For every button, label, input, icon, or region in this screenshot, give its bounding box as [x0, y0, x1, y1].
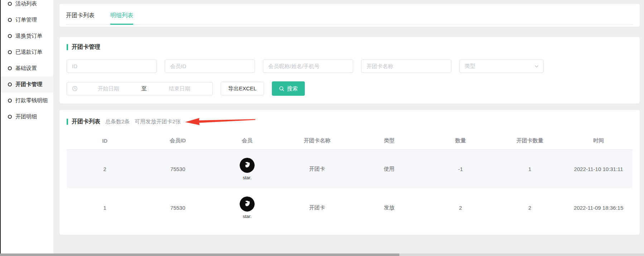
total-count-text: 总条数2条	[105, 118, 130, 125]
tabs-card: 开团卡列表 明细列表	[59, 4, 640, 27]
window-left-edge	[0, 0, 1, 256]
circle-bullet-icon	[8, 50, 12, 54]
cell-id: 1	[67, 188, 143, 227]
cell-quantity: -1	[426, 150, 495, 188]
id-input[interactable]	[67, 60, 157, 73]
sidebar-item-return-exchange-orders[interactable]: 退换货订单	[0, 28, 53, 44]
circle-bullet-icon	[8, 2, 12, 6]
sidebar-item-label: 开团卡管理	[15, 81, 42, 88]
sidebar-item-activity-list[interactable]: 活动列表	[0, 0, 53, 12]
filter-card: 开团卡管理 类型	[59, 37, 640, 104]
column-header-time: 时间	[564, 133, 633, 149]
tabs: 开团卡列表 明细列表	[66, 8, 633, 25]
circle-bullet-icon	[8, 66, 12, 70]
column-header-member-id: 会员ID	[143, 133, 212, 149]
cell-member: star.	[213, 188, 282, 227]
clock-icon	[72, 86, 78, 91]
tab-group-card-list[interactable]: 开团卡列表	[66, 8, 95, 24]
group-card-table: ID 会员ID 会员 开团卡名称 类型 数量 开团卡数量 时间 2 75530	[67, 133, 633, 231]
circle-bullet-icon	[8, 99, 12, 103]
chevron-down-icon	[534, 64, 539, 69]
tab-detail-list[interactable]: 明细列表	[110, 8, 133, 24]
circle-bullet-icon	[8, 18, 12, 22]
circle-bullet-icon	[8, 115, 12, 119]
export-excel-button[interactable]: 导出EXCEL	[221, 82, 264, 95]
sidebar-item-group-card-management[interactable]: 开团卡管理	[0, 76, 53, 93]
cell-time: 2022-11-10 10:31:11	[564, 150, 633, 188]
section-accent-bar	[67, 44, 68, 50]
member-id-input[interactable]	[165, 60, 255, 73]
sidebar-item-label: 开团明细	[15, 113, 37, 120]
type-select-placeholder: 类型	[465, 63, 534, 70]
column-header-id: ID	[67, 133, 143, 149]
sidebar-menu: 活动列表 订单管理 退换货订单 已退款订单 基础设置 开团卡管理	[0, 0, 53, 125]
card-name-input[interactable]	[361, 60, 451, 73]
sidebar-item-order-management[interactable]: 订单管理	[0, 12, 53, 28]
cell-member-id: 75530	[143, 188, 212, 227]
member-avatar	[240, 158, 255, 173]
cell-card-count: 2	[495, 188, 564, 227]
cell-member: star.	[213, 150, 282, 188]
cell-id: 2	[67, 150, 143, 188]
cell-card-count: 1	[495, 150, 564, 188]
cell-time: 2022-11-09 18:36:15	[564, 188, 633, 227]
member-name: star.	[243, 175, 252, 180]
date-end-placeholder: 结束日期	[152, 85, 208, 92]
search-icon	[279, 86, 284, 91]
date-range-picker[interactable]: 开始日期 至 结束日期	[67, 82, 213, 95]
red-annotation-arrow	[184, 115, 256, 128]
sidebar-item-label: 订单管理	[15, 16, 37, 23]
date-start-placeholder: 开始日期	[81, 85, 136, 92]
cell-type: 发放	[352, 188, 426, 227]
column-header-quantity: 数量	[426, 133, 495, 149]
main-content: 开团卡列表 明细列表 开团卡管理 类型	[54, 0, 644, 256]
search-button-label: 搜索	[287, 85, 298, 92]
cell-card-name: 开团卡	[282, 150, 352, 188]
table-header-row: ID 会员ID 会员 开团卡名称 类型 数量 开团卡数量 时间	[67, 133, 633, 150]
table-row[interactable]: 2 75530 star. 开团卡 使用	[67, 150, 633, 188]
sidebar-item-label: 打款零钱明细	[15, 97, 48, 104]
cell-card-name: 开团卡	[282, 188, 352, 227]
search-button[interactable]: 搜索	[272, 81, 305, 96]
available-cards-text: 可用发放开团卡2张	[135, 118, 181, 125]
member-name: star.	[243, 214, 252, 219]
date-separator: 至	[139, 85, 149, 92]
type-select[interactable]: 类型	[459, 60, 544, 73]
sidebar-item-payment-change-detail[interactable]: 打款零钱明细	[0, 93, 53, 109]
column-header-card-count: 开团卡数量	[495, 133, 564, 149]
app-window: 活动列表 订单管理 退换货订单 已退款订单 基础设置 开团卡管理	[0, 0, 644, 256]
table-row[interactable]: 1 75530 star. 开团卡 发放	[67, 188, 633, 227]
filter-title: 开团卡管理	[72, 43, 100, 51]
cell-member-id: 75530	[143, 150, 212, 188]
sidebar-item-basic-settings[interactable]: 基础设置	[0, 60, 53, 76]
table-card: 开团卡列表 总条数2条 可用发放开团卡2张 ID 会员ID 会员 开团卡名称 类…	[59, 110, 640, 235]
column-header-member: 会员	[213, 133, 282, 149]
table-title: 开团卡列表	[72, 118, 100, 125]
scrollbar-thumb[interactable]	[0, 253, 399, 256]
column-header-card-name: 开团卡名称	[282, 133, 352, 149]
column-header-type: 类型	[352, 133, 426, 149]
sidebar-item-label: 已退款订单	[15, 49, 42, 56]
circle-bullet-icon	[8, 82, 12, 86]
sidebar-item-group-detail[interactable]: 开团明细	[0, 109, 53, 125]
cell-quantity: 2	[426, 188, 495, 227]
circle-bullet-icon	[8, 34, 12, 38]
cell-type: 使用	[352, 150, 426, 188]
sidebar-item-refunded-orders[interactable]: 已退款订单	[0, 44, 53, 60]
horizontal-scrollbar[interactable]	[0, 253, 644, 256]
sidebar-item-label: 退换货订单	[15, 33, 42, 39]
member-info-input[interactable]	[263, 60, 353, 73]
sidebar-item-label: 基础设置	[15, 65, 37, 72]
member-avatar	[240, 196, 255, 212]
section-accent-bar	[67, 119, 68, 125]
sidebar-item-label: 活动列表	[15, 0, 37, 7]
sidebar: 活动列表 订单管理 退换货订单 已退款订单 基础设置 开团卡管理	[0, 0, 54, 256]
